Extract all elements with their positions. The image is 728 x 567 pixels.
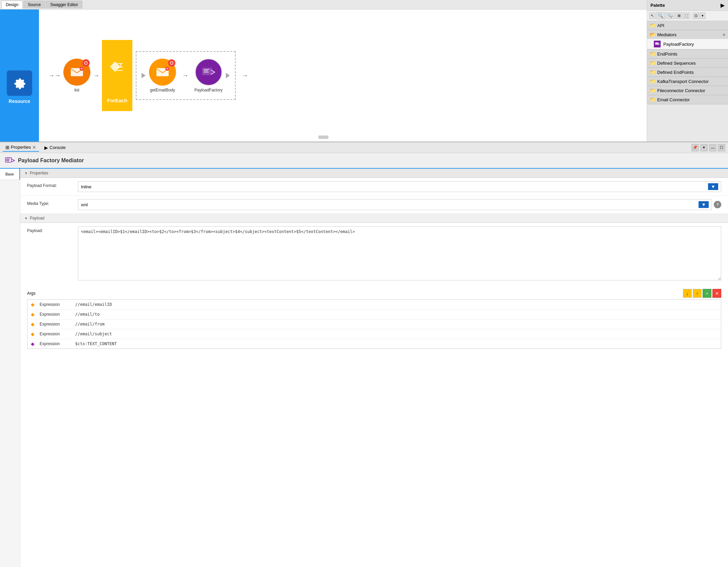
list-badge: [82, 59, 90, 67]
args-row-2[interactable]: ◆ Expression //email/from: [27, 319, 721, 329]
tri-arrow-out: [226, 73, 230, 78]
node-getEmailBody-circle: [149, 59, 176, 86]
payload-factory-label: PayloadFactory: [663, 42, 694, 47]
tab-design[interactable]: Design: [1, 1, 23, 9]
foreach-icon: [109, 60, 126, 77]
payload-format-arrow[interactable]: ▼: [708, 183, 718, 190]
section-defined-endpoints-header[interactable]: 📁 Defined EndPoints: [647, 68, 728, 77]
props-content: Base ▼ Properties Payload Format: I: [0, 169, 728, 567]
section-arrow-props: ▼: [24, 171, 28, 175]
args-row-0[interactable]: ◆ Expression //email/emailID: [27, 300, 721, 310]
panel-menu-btn[interactable]: ▾: [700, 144, 708, 151]
fit-tool[interactable]: ⊞: [676, 13, 682, 19]
zoom-in-tool[interactable]: 🔍: [656, 12, 665, 19]
bottom-toolbar: ⊞ Properties ✕ ▶ Console 📌 ▾ — ☐: [0, 142, 728, 153]
panel-min-btn[interactable]: —: [709, 144, 716, 151]
args-up-btn[interactable]: ↑: [693, 289, 702, 298]
foreach-container: ForEach: [102, 40, 239, 111]
panel-max-btn[interactable]: ☐: [718, 144, 725, 151]
palette-toolbar: ↖ 🔍 🔍- ⊞ ⬚ ⊡ ▾: [647, 11, 728, 21]
section-email-connector-header[interactable]: 📁 Email Connector: [647, 95, 728, 104]
args-add-btn[interactable]: +: [703, 289, 711, 298]
zoom-out-tool[interactable]: 🔍-: [666, 13, 675, 19]
sidebar-tab-base[interactable]: Base: [0, 169, 20, 180]
section-mediators-header[interactable]: 📂 Mediators ⊕: [647, 30, 728, 39]
args-row-1[interactable]: ◆ Expression //email/to: [27, 310, 721, 319]
palette-item-payloadfactory[interactable]: PayloadFactory: [647, 39, 728, 49]
args-value-3: //email/subject: [75, 332, 112, 336]
section-api-label: API: [657, 23, 664, 28]
node-getEmailBody[interactable]: getEmailBody: [149, 59, 176, 92]
resource-label: Resource: [9, 99, 30, 104]
folder-icon-mediators: 📂: [650, 32, 656, 37]
media-type-help[interactable]: ?: [714, 201, 721, 208]
section-fileconnector-header[interactable]: 📁 Fileconnector Connector: [647, 86, 728, 95]
args-buttons: ↓ ↑ + ✕: [683, 289, 721, 298]
section-email-connector: 📁 Email Connector: [647, 95, 728, 104]
canvas-scroll[interactable]: [318, 135, 328, 139]
diamond-icon-3: ◆: [31, 331, 35, 337]
folder-icon-kafka: 📁: [650, 79, 656, 84]
group-tool[interactable]: ⊡: [693, 13, 699, 19]
media-type-arrow[interactable]: ▼: [699, 201, 709, 208]
node-list-circle: [63, 59, 90, 86]
media-type-label: Media Type:: [27, 199, 71, 206]
tab-console-label: Console: [49, 145, 66, 150]
section-kafka: 📁 KafkaTransport Connector: [647, 77, 728, 86]
more-tool[interactable]: ▾: [700, 13, 705, 19]
panel-pin-btn[interactable]: 📌: [691, 144, 699, 151]
palette-expand-icon[interactable]: ▶: [721, 2, 725, 8]
media-type-value: xml: [81, 202, 88, 207]
props-close-icon[interactable]: ✕: [32, 145, 36, 150]
arrow-start: →→: [48, 72, 61, 79]
tab-console[interactable]: ▶ Console: [42, 144, 68, 151]
args-down-btn[interactable]: ↓: [683, 289, 692, 298]
folder-icon-defined-ep: 📁: [650, 69, 656, 75]
properties-section: ▼ Properties Payload Format: Inline ▼: [20, 169, 728, 214]
section-kafka-header[interactable]: 📁 KafkaTransport Connector: [647, 77, 728, 86]
section-defined-endpoints: 📁 Defined EndPoints: [647, 68, 728, 77]
args-row-4[interactable]: ◆ Expression $ctx:TEXT_CONTENT: [27, 339, 721, 349]
tab-source[interactable]: Source: [23, 1, 45, 8]
payload-format-select[interactable]: Inline ▼: [78, 181, 721, 192]
palette-header: Palette ▶: [647, 0, 728, 11]
node-getEmailBody-label: getEmailBody: [150, 88, 175, 92]
properties-section-header[interactable]: ▼ Properties: [20, 169, 728, 178]
props-tab-icon: ⊞: [5, 145, 9, 150]
args-row-3[interactable]: ◆ Expression //email/subject: [27, 329, 721, 339]
node-payloadFactory[interactable]: PayloadFactory: [194, 59, 222, 92]
node-list[interactable]: list: [63, 59, 90, 92]
folder-icon-defined-seq: 📁: [650, 60, 656, 66]
node-list-label: list: [74, 88, 80, 92]
payload-textarea[interactable]: <email><emailID>$1</emailID><to>$2</to><…: [78, 226, 721, 280]
properties-section-label: Properties: [30, 171, 48, 175]
payload-section-header[interactable]: ▼ Payload: [20, 214, 728, 223]
section-defined-sequences-header[interactable]: 📁 Defined Sequences: [647, 59, 728, 67]
args-label: Args: [27, 291, 36, 296]
tab-swagger-editor[interactable]: Swagger Editor: [46, 1, 82, 8]
diamond-icon-4: ◆: [31, 341, 35, 346]
payload-section-content: Payload: <email><emailID>$1</emailID><to…: [20, 223, 728, 284]
section-api-header[interactable]: 📁 API: [647, 21, 728, 30]
section-endpoints-header[interactable]: 📁 EndPoints: [647, 49, 728, 58]
tab-properties[interactable]: ⊞ Properties ✕: [3, 144, 39, 152]
payload-format-label: Payload Format:: [27, 181, 71, 188]
payload-factory-icon: [200, 64, 217, 80]
section-defined-sequences: 📁 Defined Sequences: [647, 59, 728, 68]
payload-factory-palette-icon: [654, 41, 661, 47]
folder-icon-api: 📁: [650, 23, 656, 28]
canvas-area: Design Source Swagger Editor Resource: [0, 0, 647, 142]
payload-icon-svg: [655, 42, 660, 46]
payload-format-row: Payload Format: Inline ▼: [20, 178, 728, 196]
select-rect-tool[interactable]: ⬚: [683, 13, 690, 19]
section-endpoints-label: EndPoints: [657, 51, 677, 57]
args-type-4: Expression: [40, 341, 70, 346]
media-type-select[interactable]: xml ▼: [78, 199, 712, 210]
args-delete-btn[interactable]: ✕: [712, 289, 721, 298]
foreach-box[interactable]: ForEach: [102, 40, 132, 111]
cursor-tool[interactable]: ↖: [649, 13, 656, 19]
folder-icon-file: 📁: [650, 88, 656, 93]
args-table: ◆ Expression //email/emailID ◆ Expressio…: [27, 299, 721, 349]
args-type-3: Expression: [40, 332, 70, 336]
section-fileconnector: 📁 Fileconnector Connector: [647, 86, 728, 95]
